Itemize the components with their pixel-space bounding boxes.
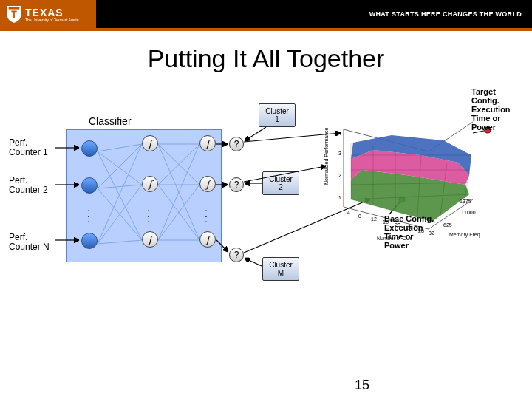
svg-line-24 — [216, 240, 228, 251]
page-number: 15 — [355, 378, 369, 393]
ytick-4: 4 — [338, 131, 341, 136]
xtick-2: 12 — [371, 216, 377, 222]
svg-rect-0 — [9, 7, 20, 10]
header-bar: TEXAS The University of Texas at Austin … — [0, 0, 532, 28]
diagram-stage: Perf. Counter 1 Perf. Counter 2 Perf. Co… — [0, 96, 532, 362]
base-config-label: Base Config. Execution Time or Power — [384, 214, 473, 250]
accent-bar — [0, 28, 532, 31]
ytick-3: 3 — [338, 151, 341, 156]
logo-text: TEXAS — [25, 7, 78, 18]
tagline: WHAT STARTS HERE CHANGES THE WORLD — [369, 10, 522, 18]
logo-subtext: The University of Texas at Austin — [25, 18, 78, 22]
svg-line-25 — [245, 127, 266, 140]
ytick-1: 1 — [338, 195, 341, 200]
ut-logo: TEXAS The University of Texas at Austin — [0, 0, 96, 28]
surface-ylabel: Normalized Performance — [324, 127, 329, 185]
xtick-0: 4 — [347, 210, 350, 215]
svg-line-27 — [245, 259, 262, 266]
target-config-label: Target Config. Execution Time or Power — [471, 87, 525, 132]
xtick-1: 8 — [358, 214, 361, 219]
ztick-0: 1375 — [460, 199, 471, 204]
shield-icon — [6, 4, 22, 24]
svg-line-29 — [244, 166, 325, 182]
slide-title: Putting It All Together — [0, 44, 532, 73]
ytick-2: 2 — [338, 173, 341, 178]
